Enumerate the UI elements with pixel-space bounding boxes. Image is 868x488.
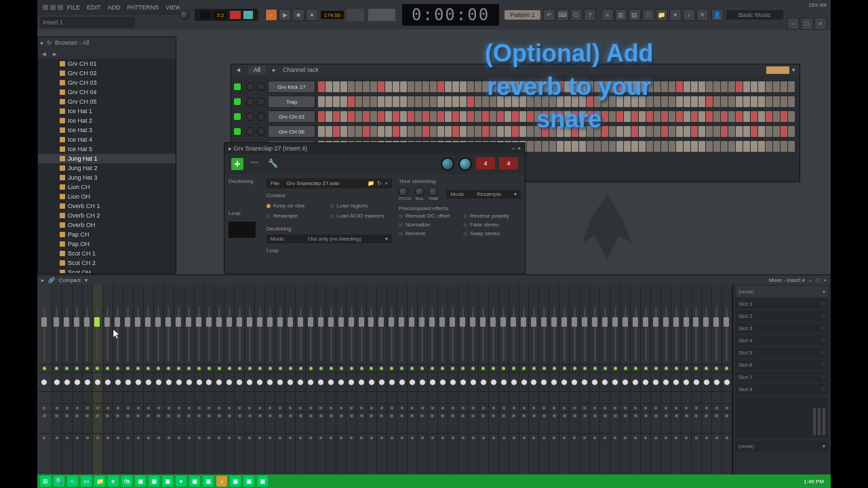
mixer-insert-track[interactable] bbox=[702, 285, 712, 474]
channel-mute-led[interactable] bbox=[234, 83, 241, 90]
rack-group-select[interactable]: All bbox=[248, 66, 266, 74]
browser-item[interactable]: Ice Hat 2 bbox=[38, 116, 176, 125]
misc-tab-icon[interactable]: 🔧 bbox=[268, 159, 279, 169]
fx-slot[interactable]: Slot 4 bbox=[736, 335, 828, 346]
mixer-insert-track[interactable] bbox=[184, 285, 195, 474]
track-route-display[interactable]: 4 bbox=[476, 157, 495, 169]
channel-vol[interactable] bbox=[257, 83, 265, 91]
browser-item[interactable]: Ice Hat 5 bbox=[38, 144, 176, 154]
app8-icon[interactable]: ▣ bbox=[257, 476, 268, 487]
mixer-insert-track[interactable] bbox=[509, 285, 519, 474]
count-icon[interactable]: ? bbox=[584, 9, 596, 21]
mixer-insert-track[interactable] bbox=[52, 285, 62, 474]
mixer-insert-track[interactable] bbox=[692, 285, 702, 474]
mixer-insert-track[interactable] bbox=[570, 285, 580, 474]
taskview-icon[interactable]: ▭ bbox=[81, 476, 92, 487]
channel-button[interactable]: Grv Kick 17 bbox=[268, 81, 315, 93]
app2-icon[interactable]: ▣ bbox=[149, 476, 159, 487]
mixer-insert-track[interactable] bbox=[103, 285, 113, 474]
mixer-menu-icon[interactable]: ▸ bbox=[41, 277, 44, 283]
mixer-insert-track[interactable] bbox=[326, 285, 336, 474]
playlist-icon[interactable]: ≡ bbox=[601, 9, 614, 21]
plugin-icon[interactable]: ✦ bbox=[669, 9, 682, 21]
mixer-insert-track[interactable] bbox=[214, 285, 224, 474]
browser-item[interactable]: Lion OH bbox=[38, 192, 176, 201]
mixer-insert-track[interactable] bbox=[245, 285, 255, 474]
fx-input-select[interactable]: (none)▾ bbox=[736, 286, 828, 297]
channel-button[interactable]: Trap bbox=[268, 96, 315, 108]
time-display[interactable]: 0:00:00 bbox=[402, 4, 499, 26]
mixer-insert-track[interactable] bbox=[296, 285, 306, 474]
mixer-insert-track[interactable] bbox=[529, 285, 539, 474]
mixer-insert-track[interactable] bbox=[224, 285, 235, 474]
store-icon[interactable]: 🛍 bbox=[121, 476, 132, 487]
taskbar-clock[interactable]: 1:49 PM bbox=[800, 479, 828, 485]
menu-file[interactable]: FILE bbox=[64, 4, 83, 11]
mixer-insert-track[interactable] bbox=[469, 285, 479, 474]
browser-refresh-icon[interactable]: ↻ bbox=[47, 39, 52, 46]
mixer-insert-track[interactable] bbox=[83, 285, 93, 474]
browser-item[interactable]: Ice Hat 3 bbox=[38, 125, 176, 135]
mixer-insert-track[interactable] bbox=[590, 285, 600, 474]
browser-item[interactable]: Scot CH 1 bbox=[38, 249, 176, 258]
browser-item[interactable]: Scot OH bbox=[38, 268, 176, 273]
app5-icon[interactable]: ▣ bbox=[203, 476, 214, 487]
typing-kb-icon[interactable]: ⌨ bbox=[557, 9, 569, 21]
app1-icon[interactable]: ▣ bbox=[135, 476, 146, 487]
mixer-insert-track[interactable] bbox=[255, 285, 265, 474]
browser-item[interactable]: Scot CH 2 bbox=[38, 258, 176, 268]
load-acid-option[interactable]: Load ACID markers bbox=[337, 213, 384, 219]
mixer-insert-track[interactable] bbox=[448, 285, 458, 474]
browser-item[interactable]: Jung Hat 1 bbox=[38, 154, 176, 163]
mixer-insert-track[interactable] bbox=[154, 285, 164, 474]
mixer-insert-track[interactable] bbox=[651, 285, 661, 474]
reload-icon[interactable]: ↻ bbox=[377, 180, 382, 186]
ts-pitch-knob[interactable] bbox=[399, 187, 408, 197]
window-controls[interactable] bbox=[43, 5, 63, 10]
bar-display[interactable]: 3:2 bbox=[214, 11, 227, 19]
browser-item[interactable]: Lion CH bbox=[38, 182, 176, 192]
mixer-insert-track[interactable] bbox=[549, 285, 559, 474]
mixer-insert-track[interactable] bbox=[418, 285, 428, 474]
ts-time-knob[interactable] bbox=[429, 187, 438, 197]
mixer-link-icon[interactable]: 🔗 bbox=[48, 277, 55, 283]
browser-item[interactable]: Ice Hat 1 bbox=[38, 106, 176, 116]
channel-vol[interactable] bbox=[257, 127, 265, 136]
close-all-icon[interactable]: ✕ bbox=[696, 9, 709, 21]
waveform-preview[interactable] bbox=[229, 222, 256, 238]
mixer-insert-track[interactable] bbox=[62, 285, 73, 474]
mixer-insert-track[interactable] bbox=[600, 285, 610, 474]
mixer-close-icon[interactable]: × bbox=[823, 277, 827, 283]
sampler-min-icon[interactable]: – bbox=[512, 145, 515, 152]
mixer-insert-track[interactable] bbox=[164, 285, 174, 474]
folder-icon[interactable]: 📁 bbox=[368, 180, 374, 186]
channel-vol[interactable] bbox=[257, 98, 265, 106]
precomp-option[interactable]: Swap stereo bbox=[470, 230, 500, 237]
fx-output-select[interactable]: (none)▾ bbox=[736, 441, 828, 451]
sample-filename[interactable]: Grv Snareclap 27.wav bbox=[286, 180, 340, 186]
load-regions-option[interactable]: Load regions bbox=[337, 203, 368, 209]
fx-slot[interactable]: Slot 2 bbox=[736, 310, 828, 321]
mixer-insert-track[interactable] bbox=[722, 285, 732, 474]
eq-display[interactable] bbox=[736, 397, 828, 438]
mixer-insert-track[interactable] bbox=[671, 285, 682, 474]
mixer-insert-track[interactable] bbox=[336, 285, 347, 474]
user-icon[interactable]: 👤 bbox=[711, 9, 724, 21]
fx-slot[interactable]: Slot 3 bbox=[736, 323, 828, 333]
mixer-insert-track[interactable] bbox=[580, 285, 590, 474]
mixer-insert-track[interactable] bbox=[113, 285, 123, 474]
browser-fwd-icon[interactable]: ► bbox=[52, 50, 58, 57]
mixer-insert-track[interactable] bbox=[438, 285, 448, 474]
wait-icon[interactable]: ⏲ bbox=[570, 9, 583, 21]
search-icon[interactable]: 🔍 bbox=[54, 476, 64, 487]
close-icon[interactable]: × bbox=[814, 18, 827, 30]
mixer-insert-track[interactable] bbox=[610, 285, 620, 474]
channel-button[interactable]: Grv CH 06 bbox=[268, 125, 315, 138]
genre-display[interactable]: Basic Music bbox=[726, 10, 783, 20]
stop-button[interactable]: ■ bbox=[292, 9, 304, 21]
mixer-insert-track[interactable] bbox=[316, 285, 326, 474]
mixer-insert-track[interactable] bbox=[204, 285, 214, 474]
pat-song-toggle[interactable]: ▸ bbox=[265, 9, 277, 21]
mixer-insert-track[interactable] bbox=[73, 285, 83, 474]
browser-item[interactable]: Grv CH 02 bbox=[38, 68, 176, 78]
